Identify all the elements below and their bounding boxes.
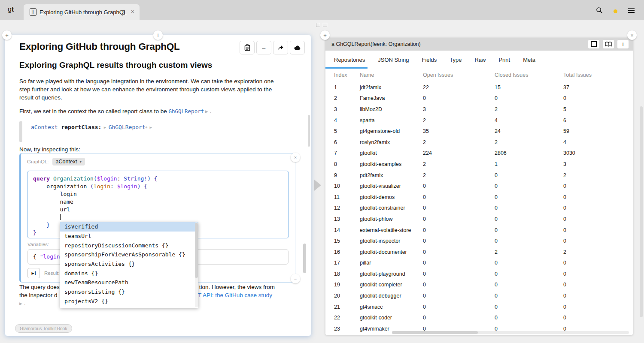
table-row[interactable]: 6roslyn2famix224 xyxy=(325,137,626,148)
table-row[interactable]: 12gtoolkit-constrainer000 xyxy=(325,203,626,214)
table-row[interactable]: 15gtoolkit-inspector000 xyxy=(325,235,626,247)
play-icon[interactable]: ▶ xyxy=(204,109,208,114)
notebook-scrollbar-track[interactable] xyxy=(305,47,305,325)
search-icon[interactable] xyxy=(596,7,603,14)
completion-dropdown[interactable]: isVerifiedteamsUrlrepositoryDiscussionCo… xyxy=(60,222,198,308)
completion-item[interactable]: domains {} xyxy=(60,268,198,278)
window-scrollbar-thumb[interactable] xyxy=(640,106,643,317)
collapse-page-button[interactable]: – xyxy=(256,41,271,54)
table-row[interactable]: 10gtoolkit-visualizer000 xyxy=(325,181,626,192)
completion-item[interactable]: newTeamResourcePath xyxy=(60,278,198,287)
tab-close-icon[interactable]: × xyxy=(131,8,134,15)
snippet-code[interactable]: aContext reportClass: ▶ GhGQLReport● ▶ xyxy=(31,124,152,130)
share-page-button[interactable] xyxy=(273,41,288,54)
copy-page-button[interactable] xyxy=(240,41,255,54)
tab-json-string[interactable]: JSON String xyxy=(378,57,409,63)
table-cell: 5 xyxy=(334,128,360,134)
binding-dropdown[interactable]: aContext▾ xyxy=(52,158,85,165)
table-row[interactable]: 3libMoz2D325 xyxy=(325,104,626,115)
result-row: ▶i Result: xyxy=(27,268,60,278)
paragraph-1-line: step further and look at how we can enha… xyxy=(19,85,274,93)
table-row[interactable]: 1jdt2famix221537 xyxy=(325,82,626,93)
remove-snippet-button[interactable]: × xyxy=(291,153,300,162)
add-pane-button[interactable]: + xyxy=(320,30,330,40)
column-header[interactable]: Total Issues xyxy=(563,72,626,78)
table-row[interactable]: 16gtoolkit-documenter022 xyxy=(325,247,626,258)
paragraph-2[interactable]: First, we set in the context the so call… xyxy=(19,108,211,114)
completion-item[interactable]: sponsorshipForViewerAsSponsorable {} xyxy=(60,250,198,259)
open-in-book-button[interactable] xyxy=(603,40,614,48)
table-row[interactable]: 2FameJava000 xyxy=(325,93,626,104)
tab-print[interactable]: Print xyxy=(498,57,510,63)
page-info-button[interactable]: i xyxy=(153,30,163,40)
table-cell: 35 xyxy=(423,128,495,134)
column-header[interactable]: Closed Issues xyxy=(495,72,563,78)
table-hscrollbar-thumb[interactable] xyxy=(392,331,478,334)
pager-square-icon[interactable] xyxy=(316,23,320,27)
inspect-info-button[interactable]: i xyxy=(617,40,629,48)
table-row[interactable]: 14external-volatile-store000 xyxy=(325,225,626,236)
tab-maximize-icon[interactable] xyxy=(121,10,125,15)
maximize-inspector-button[interactable] xyxy=(588,40,599,48)
database-badge[interactable]: Glamorous Toolkit Book xyxy=(15,324,72,333)
table-cell: 2 xyxy=(563,172,626,178)
text-cursor xyxy=(60,214,61,220)
table-cell: 3 xyxy=(334,106,360,112)
table-cell: 0 xyxy=(495,282,563,288)
query-line: login xyxy=(33,190,283,198)
table-row[interactable]: 9pdt2famix202 xyxy=(325,170,626,181)
table-row[interactable]: 18gtoolkit-playground000 xyxy=(325,268,626,280)
column-header[interactable]: Open Issues xyxy=(423,72,495,78)
completion-item[interactable]: sponsorsActivities {} xyxy=(60,259,198,269)
table-row[interactable]: 4sparta246 xyxy=(325,115,626,126)
notebook-scrollbar-thumb[interactable] xyxy=(308,115,310,147)
completion-item[interactable]: isVerified xyxy=(60,222,198,232)
snippet-menu-button[interactable]: ≡ xyxy=(291,274,300,283)
completion-scrollbar-thumb[interactable] xyxy=(195,223,198,278)
table-cell: 0 xyxy=(563,271,626,277)
tab-fields[interactable]: Fields xyxy=(422,57,437,63)
table-cell: 19 xyxy=(334,282,360,288)
tab-meta[interactable]: Meta xyxy=(523,57,535,63)
table-row[interactable]: 20gtoolkit-debugger000 xyxy=(325,290,626,301)
table-cell: 0 xyxy=(563,293,626,299)
run-and-inspect-button[interactable]: ▶i xyxy=(27,268,40,278)
cloud-sync-button[interactable] xyxy=(290,41,305,54)
play-icon[interactable]: ▶ xyxy=(147,125,152,129)
play-icon[interactable]: ▶ xyxy=(19,301,22,306)
column-header[interactable]: Name xyxy=(360,72,423,78)
table-row[interactable]: 8gtoolkit-examples213 xyxy=(325,159,626,170)
tab-raw[interactable]: Raw xyxy=(474,57,486,63)
table-row[interactable]: 11gtoolkit-demos000 xyxy=(325,192,626,203)
close-pane-button[interactable]: × xyxy=(627,30,637,40)
table-cell: 3 xyxy=(563,161,626,167)
table-row[interactable]: 13gtoolkit-phlow000 xyxy=(325,214,626,225)
tab-type[interactable]: Type xyxy=(450,57,462,63)
table-row[interactable]: 5gt4gemstone-old352459 xyxy=(325,126,626,137)
column-header[interactable]: Index xyxy=(334,72,360,78)
pager-arrow-icon[interactable] xyxy=(314,180,321,191)
table-row[interactable]: 19gtoolkit-completer000 xyxy=(325,280,626,291)
table-cell: 22 xyxy=(423,84,495,90)
table-cell: pillar xyxy=(360,260,423,266)
add-page-left-button[interactable]: + xyxy=(2,30,12,40)
code-snippet-report-class[interactable]: aContext reportClass: ▶ GhGQLReport● ▶ xyxy=(19,121,286,142)
snippet-scrollbar-thumb[interactable] xyxy=(303,244,306,273)
completion-item[interactable]: repositoryDiscussionComments {} xyxy=(60,241,198,250)
table-row[interactable]: 21gt4smacc000 xyxy=(325,301,626,313)
table-row[interactable]: 17pillar000 xyxy=(325,258,626,269)
table-row[interactable]: 7gtoolkit22428063030 xyxy=(325,148,626,159)
inline-code-ghgqlreport[interactable]: GhGQLReport xyxy=(168,108,204,114)
table-cell: 0 xyxy=(423,249,495,255)
pager-square-icon[interactable] xyxy=(323,23,327,27)
case-study-link[interactable]: EST API: the GitHub case study xyxy=(190,292,272,298)
gt-logo[interactable]: gt xyxy=(8,6,14,13)
play-icon[interactable]: ▶ xyxy=(101,125,108,129)
completion-item[interactable]: projectsV2 {} xyxy=(60,297,198,306)
notebook-tab[interactable]: i Exploring GitHub through GraphQL × xyxy=(24,4,140,20)
completion-item[interactable]: sponsorsListing {} xyxy=(60,287,198,297)
completion-item[interactable]: teamsUrl xyxy=(60,232,198,241)
table-row[interactable]: 22gtoolkit-coder000 xyxy=(325,312,626,323)
menu-icon[interactable] xyxy=(628,8,635,13)
tab-repositories[interactable]: Repositories xyxy=(334,57,365,63)
